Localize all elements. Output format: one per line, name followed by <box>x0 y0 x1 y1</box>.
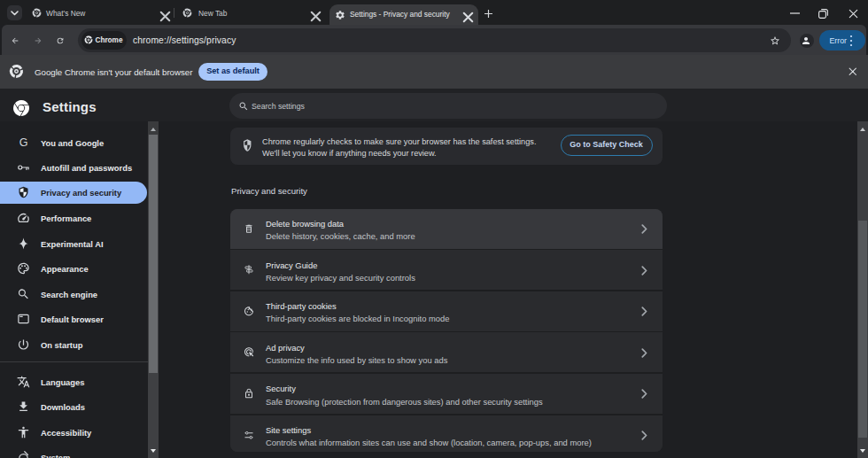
svg-text:G: G <box>19 136 28 149</box>
